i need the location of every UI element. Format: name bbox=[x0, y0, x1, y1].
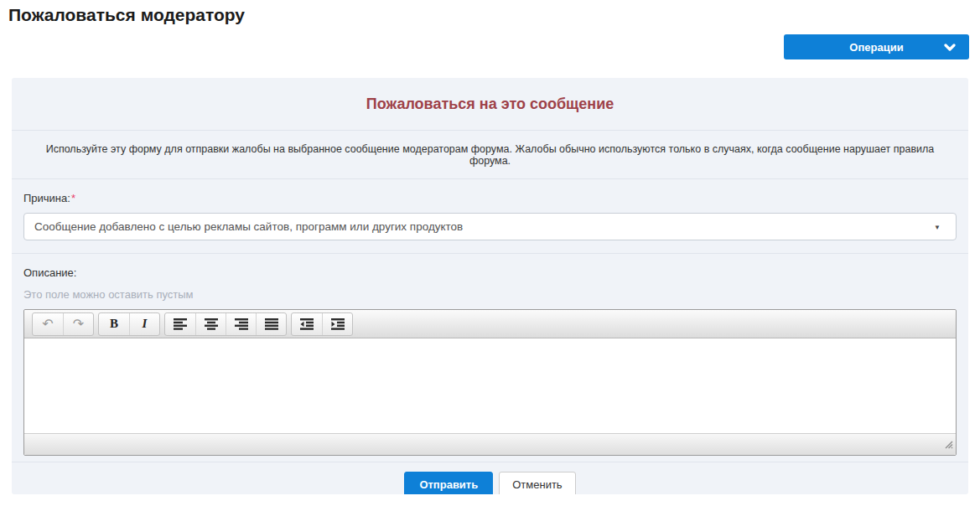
resize-grip-icon[interactable] bbox=[944, 437, 953, 452]
panel-footer: Отправить Отменить bbox=[12, 462, 968, 494]
outdent-button[interactable] bbox=[292, 313, 322, 335]
italic-button[interactable]: I bbox=[129, 313, 159, 335]
redo-button[interactable]: ↷ bbox=[63, 313, 93, 335]
panel-title: Пожаловаться на это сообщение bbox=[366, 96, 614, 113]
description-section: Описание: Это поле можно оставить пустым… bbox=[12, 254, 968, 462]
description-hint: Это поле можно оставить пустым bbox=[23, 288, 957, 301]
reason-selected-option: Сообщение добавлено с целью рекламы сайт… bbox=[34, 220, 463, 233]
redo-icon: ↷ bbox=[73, 318, 84, 331]
editor-toolbar: ↶ ↷ B I bbox=[24, 310, 956, 338]
reason-select[interactable]: Сообщение добавлено с целью рекламы сайт… bbox=[23, 213, 957, 240]
align-justify-icon bbox=[265, 318, 278, 330]
operations-button[interactable]: Операции bbox=[784, 34, 969, 59]
indent-button[interactable] bbox=[322, 313, 352, 335]
indent-group bbox=[291, 312, 353, 336]
align-center-icon bbox=[205, 318, 218, 330]
editor-content[interactable] bbox=[24, 338, 956, 433]
align-justify-button[interactable] bbox=[256, 313, 286, 335]
undo-icon: ↶ bbox=[42, 318, 53, 331]
editor-statusbar bbox=[24, 433, 956, 455]
align-left-icon bbox=[174, 318, 187, 330]
operations-button-label: Операции bbox=[849, 41, 903, 54]
cancel-button[interactable]: Отменить bbox=[499, 472, 575, 495]
reason-section: Причина:* Сообщение добавлено с целью ре… bbox=[12, 179, 968, 254]
panel-header: Пожаловаться на это сообщение bbox=[12, 78, 968, 131]
bold-button[interactable]: B bbox=[99, 313, 129, 335]
align-center-button[interactable] bbox=[195, 313, 226, 335]
report-panel: Пожаловаться на это сообщение Используйт… bbox=[12, 78, 968, 494]
description-label: Описание: bbox=[23, 266, 76, 279]
undo-redo-group: ↶ ↷ bbox=[32, 312, 94, 336]
bold-icon: B bbox=[110, 317, 118, 331]
rich-text-editor: ↶ ↷ B I bbox=[23, 309, 957, 456]
align-right-icon bbox=[235, 318, 248, 330]
align-left-button[interactable] bbox=[165, 313, 195, 335]
panel-intro-text: Используйте эту форму для отправки жалоб… bbox=[12, 131, 968, 179]
outdent-icon bbox=[300, 318, 314, 330]
submit-button[interactable]: Отправить bbox=[404, 472, 493, 495]
align-right-button[interactable] bbox=[226, 313, 256, 335]
indent-icon bbox=[331, 318, 345, 330]
page-title: Пожаловаться модератору bbox=[8, 5, 245, 25]
italic-icon: I bbox=[143, 317, 148, 331]
required-mark: * bbox=[71, 192, 75, 204]
reason-label: Причина: bbox=[23, 192, 70, 204]
format-group: B I bbox=[98, 312, 160, 336]
select-caret-icon: ▼ bbox=[934, 223, 941, 230]
chevron-down-icon bbox=[944, 42, 956, 54]
align-group bbox=[164, 312, 287, 336]
undo-button[interactable]: ↶ bbox=[33, 313, 63, 335]
